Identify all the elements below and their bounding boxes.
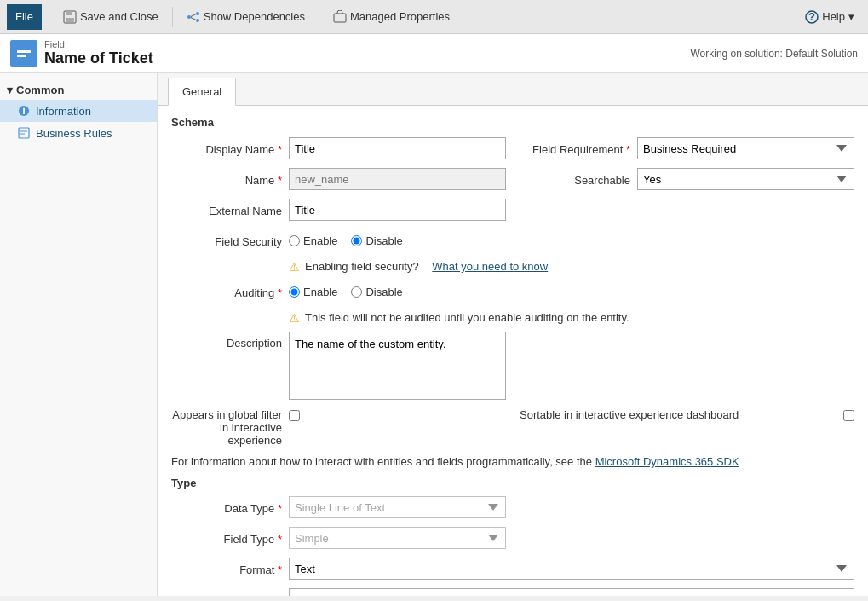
sidebar-business-rules-label: Business Rules	[36, 127, 112, 140]
appears-filter-checkbox[interactable]	[289, 410, 300, 421]
separator-3	[319, 7, 319, 27]
group-field-type: Field Type * Simple	[171, 527, 506, 549]
group-data-type-right	[520, 496, 854, 518]
field-security-warning: ⚠ Enabling field security? What you need…	[289, 260, 854, 274]
group-field-type-right	[520, 527, 854, 549]
group-field-security-right	[520, 229, 854, 251]
group-appears-filter: Appears in global filter in interactive …	[171, 408, 506, 447]
warning-link[interactable]: What you need to know	[432, 260, 548, 273]
row-auditing: Auditing * Enable Disable	[171, 280, 854, 303]
auditing-disable-text: Disable	[365, 286, 402, 298]
display-name-label: Display Name *	[171, 141, 282, 156]
description-textarea[interactable]: The name of the custom entity.	[289, 332, 506, 400]
sortable-checkbox[interactable]	[843, 410, 854, 421]
save-close-label: Save and Close	[80, 10, 158, 23]
sidebar-section-common[interactable]: ▾ Common	[0, 80, 157, 100]
toolbar: File Save and Close Show Dependencies Ma…	[0, 0, 868, 34]
page-title: Name of Ticket	[44, 49, 153, 67]
row-max-length: Maximum Length *	[171, 588, 854, 596]
field-type-required: *	[278, 533, 282, 546]
sidebar-item-business-rules[interactable]: Business Rules	[0, 122, 157, 144]
warning-icon: ⚠	[289, 260, 300, 274]
row-data-type: Data Type * Single Line of Text	[171, 496, 854, 518]
group-auditing-right	[520, 280, 854, 303]
auditing-enable-radio[interactable]	[289, 286, 300, 298]
row-format: Format * Text Email URL	[171, 558, 854, 580]
field-meta-label: Field	[44, 39, 153, 49]
svg-point-4	[196, 12, 199, 15]
sidebar-item-information[interactable]: i Information	[0, 100, 157, 122]
show-dependencies-button[interactable]: Show Dependencies	[180, 4, 312, 30]
display-name-input[interactable]	[289, 137, 506, 159]
save-close-button[interactable]: Save and Close	[56, 4, 165, 30]
group-display-name: Display Name *	[171, 137, 506, 159]
format-select[interactable]: Text Email URL	[289, 558, 854, 580]
help-button[interactable]: ? Help ▾	[798, 4, 861, 30]
type-section-header: Type	[171, 477, 854, 489]
file-button[interactable]: File	[7, 4, 42, 30]
main-layout: ▾ Common i Information Business Rules Ge…	[0, 73, 868, 596]
toolbar-right: ? Help ▾	[798, 4, 861, 30]
solution-info: Working on solution: Default Solution	[690, 48, 858, 60]
collapse-icon: ▾	[7, 84, 13, 96]
auditing-required: *	[278, 286, 282, 299]
field-security-label: Field Security	[171, 233, 282, 248]
warning-text: Enabling field security?	[305, 260, 419, 273]
tab-general[interactable]: General	[168, 78, 236, 106]
svg-point-3	[187, 15, 191, 19]
data-type-select[interactable]: Single Line of Text	[289, 496, 506, 518]
auditing-disable-radio[interactable]	[351, 286, 362, 298]
group-name: Name *	[171, 168, 506, 190]
field-type-select[interactable]: Simple	[289, 527, 506, 549]
data-type-required: *	[278, 502, 282, 515]
audit-warning-icon: ⚠	[289, 311, 300, 325]
searchable-select[interactable]: Yes No	[637, 168, 854, 190]
field-security-enable-radio[interactable]	[289, 235, 300, 246]
form-content: Schema Display Name * Field Requirement …	[158, 106, 868, 596]
field-security-disable-label[interactable]: Disable	[351, 234, 402, 247]
field-requirement-required: *	[626, 143, 630, 156]
auditing-disable-label[interactable]: Disable	[351, 286, 402, 298]
svg-rect-15	[19, 128, 29, 138]
sdk-link[interactable]: Microsoft Dynamics 365 SDK	[595, 455, 739, 468]
sortable-label: Sortable in interactive experience dashb…	[520, 408, 836, 421]
page-header: Field Name of Ticket Working on solution…	[0, 34, 868, 73]
svg-point-5	[196, 19, 199, 22]
field-security-disable-text: Disable	[365, 234, 402, 247]
description-label: Description	[171, 332, 282, 350]
group-external-name-right	[520, 199, 854, 221]
group-format: Format * Text Email URL	[171, 558, 854, 580]
row-description: Description The name of the custom entit…	[171, 332, 854, 400]
field-icon	[10, 40, 37, 67]
help-label: Help	[822, 10, 845, 23]
max-length-label: Maximum Length *	[171, 592, 282, 596]
format-label: Format *	[171, 561, 282, 576]
external-name-label: External Name	[171, 202, 282, 217]
row-name: Name * Searchable Yes No	[171, 168, 854, 190]
field-security-enable-text: Enable	[303, 234, 337, 247]
field-security-disable-radio[interactable]	[351, 235, 362, 246]
row-display-name: Display Name * Field Requirement * No Co…	[171, 137, 854, 159]
group-field-requirement: Field Requirement * No Constraint Busine…	[520, 137, 854, 159]
field-security-enable-label[interactable]: Enable	[289, 234, 337, 247]
save-icon	[63, 10, 77, 24]
information-icon: i	[17, 104, 31, 118]
max-length-input[interactable]	[289, 588, 854, 596]
help-chevron: ▾	[848, 10, 854, 23]
group-description: Description The name of the custom entit…	[171, 332, 506, 400]
external-name-input[interactable]	[289, 199, 506, 221]
svg-text:?: ?	[808, 10, 815, 23]
show-dependencies-label: Show Dependencies	[204, 10, 305, 23]
audit-warning-text: This field will not be audited until you…	[305, 311, 629, 324]
managed-properties-button[interactable]: Managed Properties	[326, 4, 457, 30]
content-area: General Schema Display Name * Field Requ…	[158, 73, 868, 596]
group-searchable: Searchable Yes No	[520, 168, 854, 190]
tab-bar: General	[158, 73, 868, 106]
name-input[interactable]	[289, 168, 506, 190]
name-label: Name *	[171, 171, 282, 187]
separator-2	[172, 7, 173, 27]
separator-1	[49, 7, 49, 27]
auditing-enable-label[interactable]: Enable	[289, 286, 337, 298]
auditing-radio-group: Enable Disable	[289, 286, 403, 298]
field-requirement-select[interactable]: No Constraint Business Recommended Busin…	[637, 137, 854, 159]
